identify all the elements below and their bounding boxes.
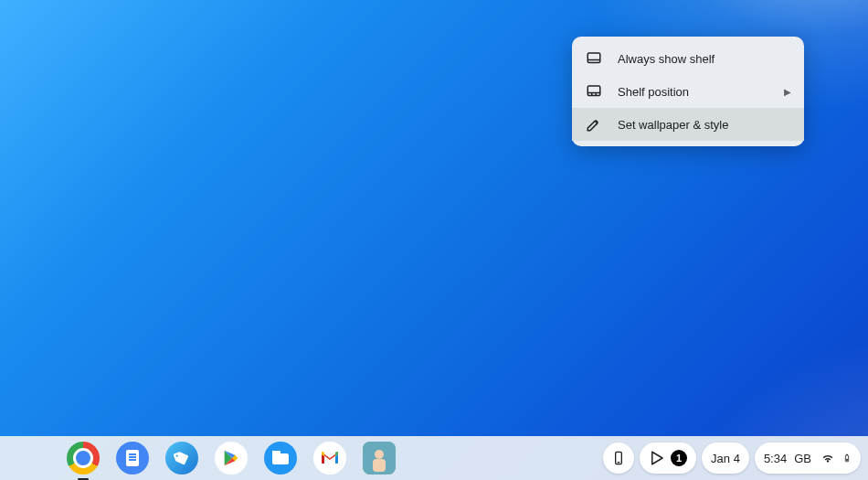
- tray-date: Jan 4: [711, 452, 740, 465]
- wifi-icon: [820, 452, 835, 464]
- menu-item-set-wallpaper[interactable]: Set wallpaper & style: [572, 108, 804, 141]
- app-files[interactable]: [264, 442, 297, 475]
- app-pinned-avatar[interactable]: [363, 442, 396, 475]
- shelf-apps: [7, 442, 396, 475]
- app-tag[interactable]: [165, 442, 198, 475]
- phone-icon: [611, 449, 626, 467]
- chevron-right-icon: ▶: [784, 87, 791, 97]
- notification-badge: 1: [671, 450, 687, 466]
- menu-item-always-show-shelf[interactable]: Always show shelf: [572, 42, 804, 75]
- menu-item-shelf-position[interactable]: Shelf position ▶: [572, 75, 804, 108]
- svg-rect-13: [846, 459, 848, 461]
- svg-rect-2: [587, 86, 600, 96]
- svg-rect-0: [587, 53, 600, 63]
- svg-point-7: [375, 450, 384, 459]
- system-tray: 1 Jan 4 5:34 GB: [603, 443, 861, 474]
- status-area-button[interactable]: 5:34 GB: [755, 443, 861, 474]
- app-play-store[interactable]: [215, 442, 248, 475]
- app-gmail[interactable]: [313, 442, 346, 475]
- desktop-context-menu: Always show shelf Shelf position ▶ Set w…: [572, 37, 804, 146]
- position-icon: [585, 82, 603, 101]
- svg-rect-8: [373, 459, 386, 472]
- app-docs[interactable]: [116, 442, 149, 475]
- app-chrome[interactable]: [67, 442, 100, 475]
- tray-time: 5:34: [764, 452, 787, 465]
- notifications-button[interactable]: 1: [640, 443, 696, 474]
- menu-item-label: Shelf position: [618, 85, 769, 99]
- play-triangle-icon: [649, 450, 665, 466]
- pencil-icon: [585, 115, 603, 133]
- menu-item-label: Set wallpaper & style: [618, 118, 791, 132]
- shelf-icon: [585, 49, 603, 68]
- battery-icon: [842, 450, 852, 466]
- menu-item-label: Always show shelf: [618, 52, 791, 66]
- tray-locale: GB: [794, 452, 811, 465]
- calendar-button[interactable]: Jan 4: [702, 443, 749, 474]
- shelf: 1 Jan 4 5:34 GB: [0, 436, 868, 480]
- phone-hub-button[interactable]: [603, 443, 634, 474]
